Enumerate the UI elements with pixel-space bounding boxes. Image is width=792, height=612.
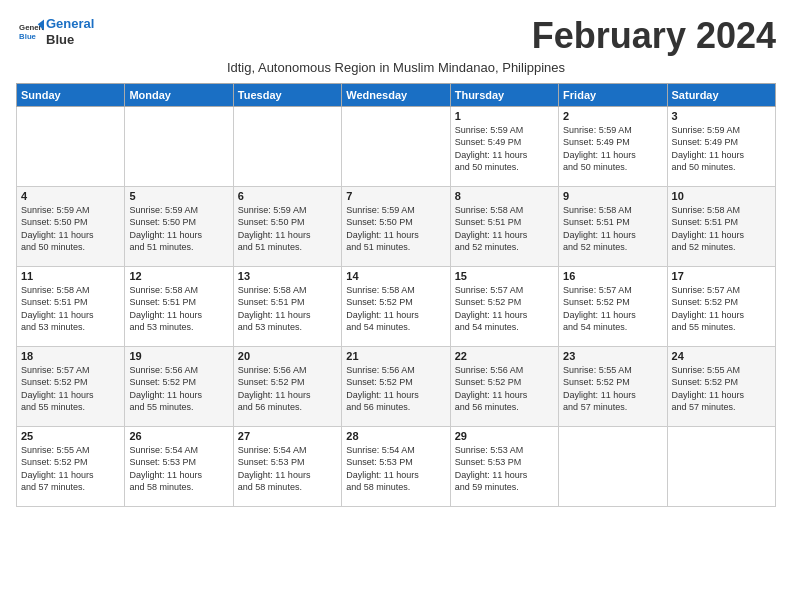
subtitle: Idtig, Autonomous Region in Muslim Minda…	[16, 60, 776, 75]
day-number: 6	[238, 190, 337, 202]
day-info: Sunrise: 5:57 AM Sunset: 5:52 PM Dayligh…	[21, 364, 120, 414]
week-row-3: 11Sunrise: 5:58 AM Sunset: 5:51 PM Dayli…	[17, 266, 776, 346]
calendar-cell	[667, 426, 775, 506]
week-row-5: 25Sunrise: 5:55 AM Sunset: 5:52 PM Dayli…	[17, 426, 776, 506]
day-number: 1	[455, 110, 554, 122]
day-info: Sunrise: 5:54 AM Sunset: 5:53 PM Dayligh…	[346, 444, 445, 494]
calendar-cell: 9Sunrise: 5:58 AM Sunset: 5:51 PM Daylig…	[559, 186, 667, 266]
day-header-sunday: Sunday	[17, 83, 125, 106]
day-info: Sunrise: 5:53 AM Sunset: 5:53 PM Dayligh…	[455, 444, 554, 494]
day-info: Sunrise: 5:58 AM Sunset: 5:51 PM Dayligh…	[563, 204, 662, 254]
day-info: Sunrise: 5:58 AM Sunset: 5:51 PM Dayligh…	[21, 284, 120, 334]
day-number: 15	[455, 270, 554, 282]
calendar-cell	[17, 106, 125, 186]
calendar-cell: 7Sunrise: 5:59 AM Sunset: 5:50 PM Daylig…	[342, 186, 450, 266]
day-number: 10	[672, 190, 771, 202]
day-number: 26	[129, 430, 228, 442]
calendar-cell: 10Sunrise: 5:58 AM Sunset: 5:51 PM Dayli…	[667, 186, 775, 266]
day-number: 8	[455, 190, 554, 202]
day-number: 9	[563, 190, 662, 202]
day-number: 4	[21, 190, 120, 202]
day-info: Sunrise: 5:57 AM Sunset: 5:52 PM Dayligh…	[455, 284, 554, 334]
day-number: 14	[346, 270, 445, 282]
day-number: 19	[129, 350, 228, 362]
week-row-1: 1Sunrise: 5:59 AM Sunset: 5:49 PM Daylig…	[17, 106, 776, 186]
day-info: Sunrise: 5:59 AM Sunset: 5:50 PM Dayligh…	[129, 204, 228, 254]
calendar-cell: 16Sunrise: 5:57 AM Sunset: 5:52 PM Dayli…	[559, 266, 667, 346]
day-info: Sunrise: 5:56 AM Sunset: 5:52 PM Dayligh…	[238, 364, 337, 414]
day-number: 20	[238, 350, 337, 362]
calendar-cell	[559, 426, 667, 506]
day-number: 25	[21, 430, 120, 442]
day-number: 18	[21, 350, 120, 362]
calendar-cell: 27Sunrise: 5:54 AM Sunset: 5:53 PM Dayli…	[233, 426, 341, 506]
day-info: Sunrise: 5:55 AM Sunset: 5:52 PM Dayligh…	[672, 364, 771, 414]
day-number: 27	[238, 430, 337, 442]
logo-icon: General Blue	[16, 18, 44, 46]
day-info: Sunrise: 5:55 AM Sunset: 5:52 PM Dayligh…	[563, 364, 662, 414]
calendar-cell: 24Sunrise: 5:55 AM Sunset: 5:52 PM Dayli…	[667, 346, 775, 426]
calendar-cell: 20Sunrise: 5:56 AM Sunset: 5:52 PM Dayli…	[233, 346, 341, 426]
day-info: Sunrise: 5:54 AM Sunset: 5:53 PM Dayligh…	[238, 444, 337, 494]
day-number: 24	[672, 350, 771, 362]
calendar-cell: 1Sunrise: 5:59 AM Sunset: 5:49 PM Daylig…	[450, 106, 558, 186]
calendar-cell	[342, 106, 450, 186]
day-info: Sunrise: 5:59 AM Sunset: 5:50 PM Dayligh…	[21, 204, 120, 254]
calendar-cell: 14Sunrise: 5:58 AM Sunset: 5:52 PM Dayli…	[342, 266, 450, 346]
day-number: 21	[346, 350, 445, 362]
day-info: Sunrise: 5:57 AM Sunset: 5:52 PM Dayligh…	[563, 284, 662, 334]
logo: General Blue GeneralBlue	[16, 16, 94, 47]
calendar-cell: 22Sunrise: 5:56 AM Sunset: 5:52 PM Dayli…	[450, 346, 558, 426]
day-number: 11	[21, 270, 120, 282]
day-number: 2	[563, 110, 662, 122]
day-info: Sunrise: 5:57 AM Sunset: 5:52 PM Dayligh…	[672, 284, 771, 334]
calendar-cell: 25Sunrise: 5:55 AM Sunset: 5:52 PM Dayli…	[17, 426, 125, 506]
day-info: Sunrise: 5:58 AM Sunset: 5:51 PM Dayligh…	[129, 284, 228, 334]
day-info: Sunrise: 5:58 AM Sunset: 5:51 PM Dayligh…	[672, 204, 771, 254]
day-info: Sunrise: 5:59 AM Sunset: 5:49 PM Dayligh…	[563, 124, 662, 174]
calendar-cell: 11Sunrise: 5:58 AM Sunset: 5:51 PM Dayli…	[17, 266, 125, 346]
day-number: 28	[346, 430, 445, 442]
day-header-tuesday: Tuesday	[233, 83, 341, 106]
calendar-cell: 28Sunrise: 5:54 AM Sunset: 5:53 PM Dayli…	[342, 426, 450, 506]
calendar-cell: 15Sunrise: 5:57 AM Sunset: 5:52 PM Dayli…	[450, 266, 558, 346]
week-row-4: 18Sunrise: 5:57 AM Sunset: 5:52 PM Dayli…	[17, 346, 776, 426]
day-info: Sunrise: 5:54 AM Sunset: 5:53 PM Dayligh…	[129, 444, 228, 494]
day-header-friday: Friday	[559, 83, 667, 106]
day-info: Sunrise: 5:56 AM Sunset: 5:52 PM Dayligh…	[346, 364, 445, 414]
day-info: Sunrise: 5:58 AM Sunset: 5:51 PM Dayligh…	[455, 204, 554, 254]
day-number: 22	[455, 350, 554, 362]
calendar-cell: 18Sunrise: 5:57 AM Sunset: 5:52 PM Dayli…	[17, 346, 125, 426]
header: General Blue GeneralBlue February 2024	[16, 16, 776, 56]
calendar-cell: 3Sunrise: 5:59 AM Sunset: 5:49 PM Daylig…	[667, 106, 775, 186]
day-number: 3	[672, 110, 771, 122]
day-number: 23	[563, 350, 662, 362]
day-header-thursday: Thursday	[450, 83, 558, 106]
svg-text:Blue: Blue	[19, 32, 37, 41]
calendar-cell: 8Sunrise: 5:58 AM Sunset: 5:51 PM Daylig…	[450, 186, 558, 266]
calendar-cell: 17Sunrise: 5:57 AM Sunset: 5:52 PM Dayli…	[667, 266, 775, 346]
day-header-saturday: Saturday	[667, 83, 775, 106]
day-info: Sunrise: 5:59 AM Sunset: 5:50 PM Dayligh…	[346, 204, 445, 254]
calendar: SundayMondayTuesdayWednesdayThursdayFrid…	[16, 83, 776, 507]
day-info: Sunrise: 5:59 AM Sunset: 5:49 PM Dayligh…	[672, 124, 771, 174]
day-info: Sunrise: 5:59 AM Sunset: 5:49 PM Dayligh…	[455, 124, 554, 174]
day-number: 12	[129, 270, 228, 282]
calendar-header: SundayMondayTuesdayWednesdayThursdayFrid…	[17, 83, 776, 106]
calendar-cell	[125, 106, 233, 186]
calendar-body: 1Sunrise: 5:59 AM Sunset: 5:49 PM Daylig…	[17, 106, 776, 506]
day-info: Sunrise: 5:59 AM Sunset: 5:50 PM Dayligh…	[238, 204, 337, 254]
calendar-cell: 19Sunrise: 5:56 AM Sunset: 5:52 PM Dayli…	[125, 346, 233, 426]
calendar-cell: 13Sunrise: 5:58 AM Sunset: 5:51 PM Dayli…	[233, 266, 341, 346]
day-number: 16	[563, 270, 662, 282]
day-number: 29	[455, 430, 554, 442]
calendar-cell: 2Sunrise: 5:59 AM Sunset: 5:49 PM Daylig…	[559, 106, 667, 186]
calendar-cell: 6Sunrise: 5:59 AM Sunset: 5:50 PM Daylig…	[233, 186, 341, 266]
calendar-cell: 23Sunrise: 5:55 AM Sunset: 5:52 PM Dayli…	[559, 346, 667, 426]
calendar-cell: 26Sunrise: 5:54 AM Sunset: 5:53 PM Dayli…	[125, 426, 233, 506]
day-info: Sunrise: 5:55 AM Sunset: 5:52 PM Dayligh…	[21, 444, 120, 494]
day-info: Sunrise: 5:58 AM Sunset: 5:52 PM Dayligh…	[346, 284, 445, 334]
day-number: 7	[346, 190, 445, 202]
day-header-wednesday: Wednesday	[342, 83, 450, 106]
calendar-cell: 12Sunrise: 5:58 AM Sunset: 5:51 PM Dayli…	[125, 266, 233, 346]
